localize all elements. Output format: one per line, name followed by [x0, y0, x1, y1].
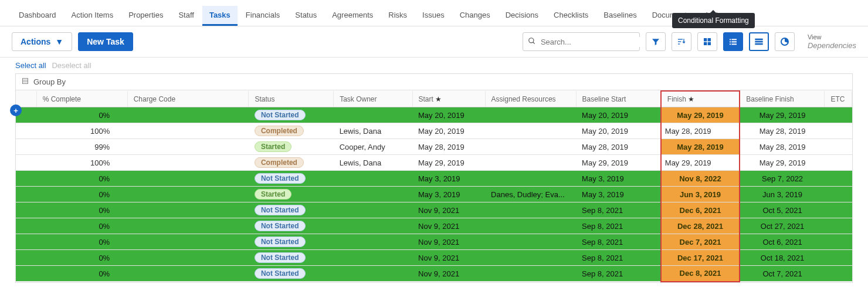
cell-status[interactable]: Completed	[249, 155, 334, 171]
search-input[interactable]	[540, 37, 640, 47]
row-handle[interactable]	[16, 187, 36, 202]
list-view-button[interactable]	[723, 32, 743, 51]
cell-percent-complete[interactable]: 0%	[36, 187, 127, 202]
cell-task-owner[interactable]	[334, 250, 412, 266]
cell-status[interactable]: Not Started	[249, 171, 334, 187]
row-handle[interactable]	[16, 234, 36, 250]
cell-finish[interactable]: Dec 7, 2021	[661, 234, 740, 250]
cell-charge-code[interactable]	[127, 155, 249, 171]
search-box[interactable]	[523, 32, 640, 51]
cell-baseline-finish[interactable]: May 29, 2019	[740, 155, 825, 171]
cell-percent-complete[interactable]: 0%	[36, 218, 127, 234]
column-header[interactable]: Charge Code	[127, 91, 249, 107]
cell-assigned-resources[interactable]: Danes, Dudley; Eva...	[485, 187, 576, 202]
cell-status[interactable]: Started	[249, 139, 334, 155]
cell-task-owner[interactable]: Lewis, Dana	[334, 155, 412, 171]
cell-status[interactable]: Not Started	[249, 250, 334, 266]
cell-status[interactable]: Not Started	[249, 266, 334, 282]
cell-percent-complete[interactable]: 99%	[36, 139, 127, 155]
cell-assigned-resources[interactable]	[485, 171, 576, 187]
tab-baselines[interactable]: Baselines	[596, 6, 643, 26]
new-task-button[interactable]: New Task	[78, 32, 133, 51]
cell-task-owner[interactable]	[334, 202, 412, 218]
column-header[interactable]: Assigned Resources	[485, 91, 576, 107]
row-handle[interactable]	[16, 250, 36, 266]
cell-finish[interactable]: Dec 6, 2021	[661, 202, 740, 218]
cell-baseline-finish[interactable]: May 28, 2019	[740, 123, 825, 139]
column-header[interactable]: % Complete	[36, 91, 127, 107]
tab-changes[interactable]: Changes	[453, 6, 497, 26]
cell-etc[interactable]	[825, 155, 852, 171]
cell-charge-code[interactable]	[127, 250, 249, 266]
cell-status[interactable]: Not Started	[249, 218, 334, 234]
cell-assigned-resources[interactable]	[485, 250, 576, 266]
cell-etc[interactable]	[825, 202, 852, 218]
cell-task-owner[interactable]	[334, 171, 412, 187]
row-handle[interactable]	[16, 171, 36, 187]
cell-charge-code[interactable]	[127, 171, 249, 187]
cell-percent-complete[interactable]: 0%	[36, 234, 127, 250]
cell-baseline-start[interactable]: Sep 8, 2021	[576, 202, 661, 218]
cell-etc[interactable]	[825, 234, 852, 250]
cell-task-owner[interactable]	[334, 218, 412, 234]
cell-assigned-resources[interactable]	[485, 218, 576, 234]
cell-baseline-finish[interactable]: May 29, 2019	[740, 107, 825, 123]
tab-properties[interactable]: Properties	[121, 6, 170, 26]
cell-finish[interactable]: May 28, 2019	[661, 123, 740, 139]
cell-percent-complete[interactable]: 0%	[36, 266, 127, 282]
cell-finish[interactable]: Dec 17, 2021	[661, 250, 740, 266]
cell-assigned-resources[interactable]	[485, 139, 576, 155]
cell-baseline-start[interactable]: May 3, 2019	[576, 171, 661, 187]
cell-status[interactable]: Not Started	[249, 107, 334, 123]
row-handle[interactable]	[16, 155, 36, 171]
cell-start[interactable]: May 3, 2019	[412, 171, 485, 187]
cell-finish[interactable]: Dec 28, 2021	[661, 218, 740, 234]
cell-assigned-resources[interactable]	[485, 123, 576, 139]
table-row[interactable]: 0%Not StartedNov 9, 2021Sep 8, 2021Dec 2…	[16, 218, 852, 234]
deselect-all-link[interactable]: Deselect all	[52, 61, 91, 70]
table-row[interactable]: 0%StartedMay 3, 2019Danes, Dudley; Eva..…	[16, 187, 852, 202]
table-row[interactable]: 0%Not StartedNov 9, 2021Sep 8, 2021Dec 1…	[16, 250, 852, 266]
conditional-formatting-button[interactable]	[749, 32, 769, 51]
filter-button[interactable]	[646, 32, 666, 51]
cell-baseline-start[interactable]: May 20, 2019	[576, 107, 661, 123]
table-row[interactable]: 100%CompletedLewis, DanaMay 29, 2019May …	[16, 155, 852, 171]
cell-baseline-finish[interactable]: May 28, 2019	[740, 139, 825, 155]
cell-charge-code[interactable]	[127, 234, 249, 250]
cell-task-owner[interactable]	[334, 187, 412, 202]
cell-finish[interactable]: May 29, 2019	[661, 107, 740, 123]
cell-charge-code[interactable]	[127, 139, 249, 155]
actions-button[interactable]: Actions ▼	[12, 32, 72, 51]
cell-etc[interactable]	[825, 250, 852, 266]
tab-risks[interactable]: Risks	[381, 6, 414, 26]
cell-baseline-start[interactable]: Sep 8, 2021	[576, 234, 661, 250]
chart-button[interactable]	[775, 32, 795, 51]
table-row[interactable]: 0%Not StartedNov 9, 2021Sep 8, 2021Dec 7…	[16, 234, 852, 250]
cell-task-owner[interactable]	[334, 266, 412, 282]
cell-baseline-start[interactable]: May 3, 2019	[576, 187, 661, 202]
cell-start[interactable]: Nov 9, 2021	[412, 218, 485, 234]
cell-percent-complete[interactable]: 0%	[36, 171, 127, 187]
cell-etc[interactable]	[825, 123, 852, 139]
tab-financials[interactable]: Financials	[239, 6, 287, 26]
table-row[interactable]: 100%CompletedLewis, DanaMay 20, 2019May …	[16, 123, 852, 139]
column-header[interactable]	[16, 91, 36, 107]
cell-percent-complete[interactable]: 0%	[36, 202, 127, 218]
tab-staff[interactable]: Staff	[171, 6, 201, 26]
cell-finish[interactable]: May 28, 2019	[661, 139, 740, 155]
cell-baseline-finish[interactable]: Sep 7, 2022	[740, 171, 825, 187]
view-selector[interactable]: View Dependencies	[808, 33, 856, 50]
tab-action-items[interactable]: Action Items	[65, 6, 121, 26]
cell-baseline-start[interactable]: Sep 8, 2021	[576, 218, 661, 234]
cell-finish[interactable]: Nov 8, 2022	[661, 171, 740, 187]
tab-status[interactable]: Status	[288, 6, 324, 26]
cell-status[interactable]: Started	[249, 187, 334, 202]
cell-task-owner[interactable]	[334, 234, 412, 250]
cell-assigned-resources[interactable]	[485, 202, 576, 218]
tab-checklists[interactable]: Checklists	[547, 6, 595, 26]
cell-baseline-start[interactable]: Sep 8, 2021	[576, 250, 661, 266]
cell-percent-complete[interactable]: 0%	[36, 107, 127, 123]
column-header[interactable]: Baseline Start	[576, 91, 661, 107]
cell-assigned-resources[interactable]	[485, 234, 576, 250]
table-row[interactable]: 0%Not StartedMay 3, 2019May 3, 2019Nov 8…	[16, 171, 852, 187]
